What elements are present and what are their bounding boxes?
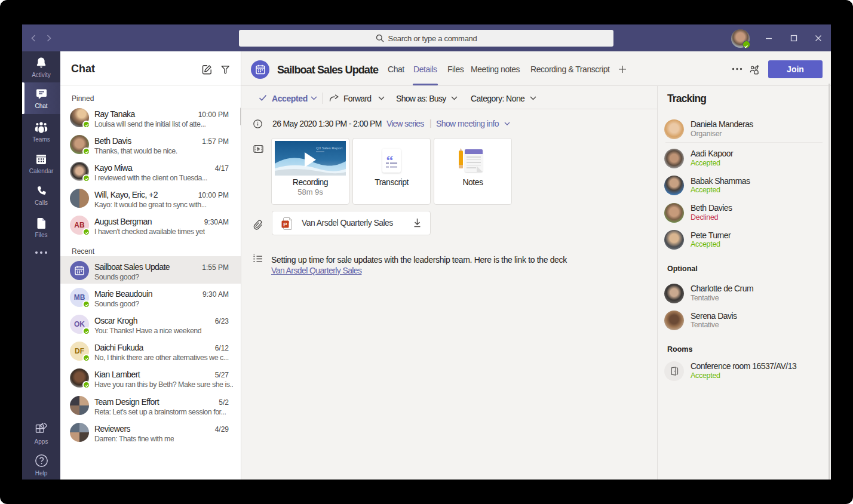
svg-text:P: P	[283, 221, 287, 228]
svg-text:Q3 Sales Report: Q3 Sales Report	[316, 146, 343, 150]
